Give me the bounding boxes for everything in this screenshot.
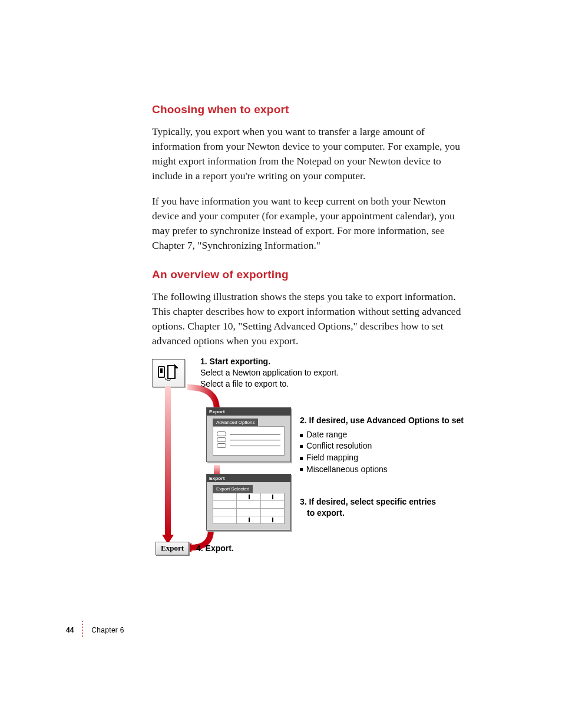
step1-title: 1. Start exporting. <box>200 356 339 367</box>
footer-dots-icon <box>82 621 83 637</box>
svg-point-3 <box>167 380 168 381</box>
svg-rect-5 <box>165 386 171 535</box>
step3-line: to export. <box>300 508 436 519</box>
advanced-options-dialog: Export Advanced Options <box>206 407 291 462</box>
section-heading: Choosing when to export <box>152 103 497 116</box>
step1-text: 1. Start exporting. Select a Newton appl… <box>200 356 339 390</box>
export-illustration: 1. Start exporting. Select a Newton appl… <box>152 359 497 577</box>
dialog-tab: Advanced Options <box>213 419 258 426</box>
dialog-title: Export <box>207 408 290 416</box>
svg-rect-1 <box>160 368 163 373</box>
svg-point-4 <box>169 380 170 381</box>
step3-text: 3. If desired, select specific entries t… <box>300 496 436 519</box>
section-heading: An overview of exporting <box>152 268 497 281</box>
step1-line: Select a Newton application to export. <box>200 367 339 378</box>
chapter-label: Chapter 6 <box>91 626 124 634</box>
step3-title: 3. If desired, select specific entries <box>300 496 436 508</box>
newton-connection-icon <box>152 359 185 387</box>
step2-bullet: Date range <box>300 429 464 441</box>
step2-bullet: Conflict resolution <box>300 440 464 452</box>
body-paragraph: If you have information you want to keep… <box>152 194 470 253</box>
page-number: 44 <box>66 626 74 634</box>
body-paragraph: The following illustration shows the ste… <box>152 289 470 348</box>
export-selected-dialog: Export Export Selected <box>206 474 291 531</box>
step2-title: 2. If desired, use Advanced Options to s… <box>300 415 464 427</box>
dialog-title: Export <box>207 475 290 482</box>
svg-point-2 <box>165 378 166 380</box>
step1-line: Select a file to export to. <box>200 378 339 390</box>
step2-text: 2. If desired, use Advanced Options to s… <box>300 415 464 475</box>
dialog-tab: Export Selected <box>213 485 253 493</box>
step2-bullet: Field mapping <box>300 452 464 464</box>
body-paragraph: Typically, you export when you want to t… <box>152 124 470 183</box>
page-footer: 44 Chapter 6 <box>66 621 124 637</box>
step2-bullet: Miscellaneous options <box>300 464 464 476</box>
step4-title: 4. Export. <box>196 543 234 553</box>
export-button[interactable]: Export <box>156 542 189 555</box>
